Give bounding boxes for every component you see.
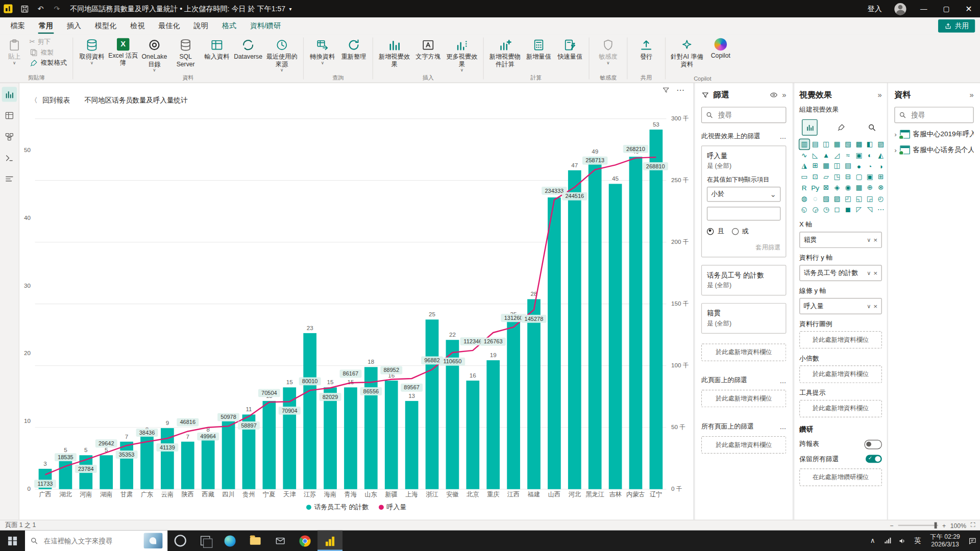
chevron-down-icon[interactable]: ∨ — [867, 269, 871, 276]
viz-type-icon[interactable]: ◿ — [832, 150, 842, 160]
close-button[interactable]: ✕ — [958, 0, 980, 17]
viz-type-icon[interactable]: ▨ — [876, 139, 886, 149]
legend-item[interactable]: 话务员工号 的計數 — [306, 503, 369, 512]
viz-type-icon[interactable]: ● — [854, 161, 864, 171]
viz-type-icon[interactable]: ◌ — [811, 194, 820, 204]
viz-type-icon[interactable]: ▥ — [799, 139, 809, 149]
tab-file[interactable]: 檔案 — [4, 17, 32, 34]
chart-bar[interactable] — [548, 197, 561, 489]
keep-all-filters-toggle[interactable] — [866, 455, 882, 463]
tab-modeling[interactable]: 模型化 — [88, 17, 124, 34]
visual-more-options-icon[interactable]: ⋯ — [676, 86, 684, 95]
viz-type-icon[interactable]: ⊡ — [811, 172, 820, 182]
start-button[interactable] — [0, 531, 25, 551]
remove-field-icon[interactable]: × — [873, 236, 877, 243]
viz-type-icon[interactable]: ▤ — [843, 161, 853, 171]
tray-chevron-up-icon[interactable]: ∧ — [865, 531, 880, 551]
chart-bar[interactable] — [426, 319, 439, 489]
tab-insert[interactable]: 插入 — [60, 17, 88, 34]
viz-type-icon[interactable]: ⊞ — [876, 172, 886, 182]
viz-type-icon[interactable]: ⊗ — [876, 183, 886, 193]
add-filter-field-dropzone[interactable]: 於此處新增資料欄位 — [701, 343, 787, 361]
taskbar-clock[interactable]: 下午 02:29 2026/3/13 — [925, 533, 965, 548]
excel-workbook-button[interactable]: X Excel 活頁簿 — [108, 36, 139, 66]
data-table-item[interactable]: › 客服中心话务员个人... — [894, 145, 974, 154]
drillthrough-dropzone[interactable]: 在此處新增鑽研欄位 — [799, 468, 882, 486]
data-search-input[interactable] — [910, 111, 969, 119]
task-view-button[interactable] — [192, 531, 217, 551]
back-to-report[interactable]: 〈 回到報表 — [31, 95, 70, 105]
network-icon[interactable] — [880, 531, 895, 551]
chart-bar[interactable] — [344, 387, 357, 489]
more-visuals-button[interactable]: 更多視覺效果∨ — [444, 36, 480, 72]
chart-bar[interactable] — [324, 387, 337, 489]
enter-data-button[interactable]: 輸入資料 — [201, 36, 232, 60]
refresh-button[interactable]: 重新整理 — [338, 36, 369, 60]
viz-type-icon[interactable]: Py — [811, 183, 820, 193]
recent-sources-button[interactable]: 最近使用的來源∨ — [264, 36, 300, 72]
zoom-slider[interactable] — [898, 525, 938, 526]
collapse-pane-icon[interactable]: » — [878, 91, 882, 99]
viz-type-icon[interactable]: ≈ — [843, 150, 853, 160]
tab-view[interactable]: 檢視 — [124, 17, 152, 34]
tab-optimize[interactable]: 最佳化 — [152, 17, 187, 34]
copilot-button[interactable]: Copilot — [705, 36, 736, 59]
viz-type-icon[interactable]: ▤ — [811, 139, 820, 149]
transform-data-button[interactable]: 轉換資料∨ — [307, 36, 338, 65]
save-icon[interactable] — [16, 0, 33, 17]
report-view-icon[interactable] — [2, 87, 17, 102]
filter-operator-select[interactable]: 小於 ⌄ — [707, 187, 780, 202]
viz-type-icon[interactable]: ◍ — [799, 194, 809, 204]
section-more-icon[interactable]: … — [780, 423, 787, 431]
chrome-icon[interactable] — [292, 531, 317, 551]
get-data-button[interactable]: 取得資料∨ — [76, 36, 107, 65]
model-view-icon[interactable] — [2, 129, 17, 144]
input-language-indicator[interactable]: 英 — [910, 531, 925, 551]
file-explorer-icon[interactable] — [242, 531, 267, 551]
title-caret-icon[interactable]: ▾ — [289, 6, 291, 12]
chart-bar[interactable] — [120, 442, 133, 489]
volume-icon[interactable] — [895, 531, 910, 551]
tab-home[interactable]: 常用 — [32, 17, 60, 34]
tab-data-drill[interactable]: 資料/鑽研 — [243, 17, 287, 34]
viz-type-icon[interactable]: ◈ — [832, 183, 842, 193]
table-view-icon[interactable] — [2, 108, 17, 123]
chart-bar[interactable] — [303, 333, 316, 489]
chevron-down-icon[interactable]: ∨ — [867, 236, 871, 242]
viz-type-icon[interactable]: ▢ — [854, 172, 864, 182]
action-center-icon[interactable] — [965, 531, 980, 551]
chart-bar[interactable] — [507, 319, 520, 489]
taskbar-search-input[interactable] — [42, 536, 139, 545]
collapse-pane-icon[interactable]: » — [782, 91, 786, 99]
signin-link[interactable]: 登入 — [861, 4, 888, 13]
build-visual-tab-icon[interactable] — [802, 119, 818, 136]
section-more-icon[interactable]: … — [780, 377, 787, 384]
new-visual-button[interactable]: 新增視覺效果 — [376, 36, 412, 67]
eye-icon[interactable] — [770, 91, 778, 99]
viz-type-icon[interactable]: ◷ — [821, 205, 831, 215]
tab-format[interactable]: 格式 — [215, 17, 243, 34]
format-painter-button[interactable]: 複製格式 — [27, 58, 69, 68]
onelake-hub-button[interactable]: OneLake 目錄∨ — [139, 36, 170, 72]
zoom-out-button[interactable]: − — [890, 522, 893, 529]
powerbi-taskbar-icon[interactable] — [317, 531, 342, 551]
new-visual-calc-button[interactable]: 新增視覺物件計算 — [487, 36, 523, 67]
share-button[interactable]: 共用 — [938, 19, 975, 33]
expand-chevron-icon[interactable]: › — [894, 146, 896, 154]
viz-type-icon[interactable]: ◸ — [854, 205, 864, 215]
viz-type-icon[interactable]: ◰ — [843, 194, 853, 204]
chart-bar[interactable] — [364, 367, 378, 489]
new-measure-button[interactable]: 新增量值 — [523, 36, 554, 60]
collapse-pane-icon[interactable]: » — [970, 91, 974, 99]
account-avat​ar[interactable] — [894, 3, 906, 15]
undo-icon[interactable]: ↶ — [33, 0, 49, 17]
viz-type-icon[interactable]: ◼ — [843, 205, 853, 215]
filter-card-region[interactable]: 籍贯 是 (全部) — [701, 303, 787, 334]
chart-bar[interactable] — [405, 401, 419, 489]
viz-type-icon[interactable]: ◳ — [832, 172, 842, 182]
viz-type-icon[interactable]: ▦ — [854, 183, 864, 193]
minimize-button[interactable]: — — [913, 0, 935, 17]
sql-server-button[interactable]: SQL Server — [170, 36, 201, 67]
viz-type-icon[interactable]: ∿ — [799, 150, 809, 160]
viz-type-icon[interactable]: ◵ — [799, 205, 809, 215]
